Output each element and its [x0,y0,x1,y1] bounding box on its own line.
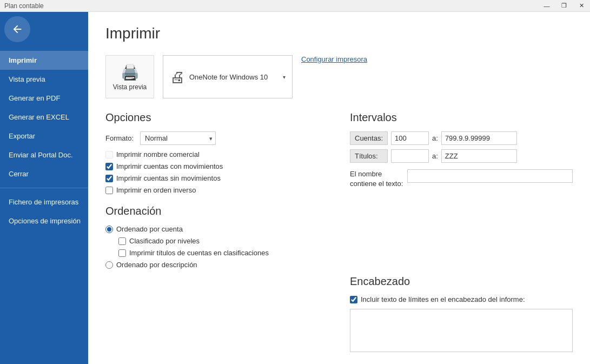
radio-por-descripcion: Ordenado por descripción [105,261,328,269]
titulos-to-input[interactable] [441,149,517,163]
sidebar-item-exportar[interactable]: Exportar [0,127,88,145]
printer-section: 🖨️ Vista previa 🖨 OneNote for Windows 10… [105,55,573,98]
left-column: Opciones Formato: Normal Detallado Resum… [105,111,328,354]
window-controls: — ❐ ✕ [538,0,590,12]
cuentas-sep: a: [432,134,438,142]
formato-label: Formato: [105,134,134,142]
titulos-label: Títulos: [350,149,388,163]
sidebar-item-generar-excel[interactable]: Generar en EXCEL [0,108,88,127]
preview-button-label: Vista previa [113,83,147,91]
checkbox-niveles-label: Clasificado por niveles [129,237,200,245]
nombre-label: El nombrecontiene el texto: [350,167,404,189]
encabezado-title: Encabezado [350,275,573,288]
checkbox-movimientos-input[interactable] [105,163,113,170]
encabezado-textarea[interactable] [350,309,573,352]
configure-printer-link[interactable]: Configurar impresora [301,55,367,64]
minimize-button[interactable]: — [538,0,555,12]
checkbox-sin-movimientos-label: Imprimir cuentas sin movimientos [116,174,221,182]
checkbox-nombre-input[interactable] [105,151,113,158]
main-content: Imprimir 🖨️ Vista previa 🖨 OneNote for W… [88,12,590,364]
printer-select-arrow-icon: ▾ [283,74,286,80]
checkbox-inverso-label: Imprimir en orden inverso [116,186,196,194]
cuentas-from-input[interactable] [391,131,429,145]
nombre-input[interactable] [407,169,573,183]
preview-button[interactable]: 🖨️ Vista previa [105,55,154,98]
encabezado-checkbox-input[interactable] [350,296,357,303]
sub-checkbox-niveles: Clasificado por niveles [105,237,328,245]
checkbox-titulos-clasif-label: Imprimir títulos de cuentas en clasifica… [129,249,269,257]
back-icon [11,23,23,35]
sidebar-item-imprimir[interactable]: Imprimir [0,51,88,70]
sidebar-nav: Imprimir Vista previa Generar en PDF Gen… [0,51,88,230]
checkbox-sin-movimientos-input[interactable] [105,175,113,182]
checkbox-orden-inverso: Imprimir en orden inverso [105,186,328,194]
cuentas-to-input[interactable] [441,131,517,145]
printer-icon: 🖨 [170,68,185,86]
sidebar-item-vista-previa[interactable]: Vista previa [0,70,88,89]
title-bar: Plan contable — ❐ ✕ [0,0,590,12]
sidebar-item-enviar-portal[interactable]: Enviar al Portal Doc. [0,145,88,164]
preview-icon: 🖨️ [121,63,140,81]
sidebar-item-fichero[interactable]: Fichero de impresoras [0,193,88,211]
encabezado-check-row: Incluir texto de límites en el encabezad… [350,295,573,303]
radio-cuenta-input[interactable] [105,226,113,233]
checkbox-niveles-input[interactable] [118,237,126,245]
window-title: Plan contable [0,2,44,10]
formato-wrapper: Normal Detallado Resumido [140,131,216,145]
content-columns: Opciones Formato: Normal Detallado Resum… [105,111,573,354]
checkbox-con-movimientos: Imprimir cuentas con movimientos [105,162,328,170]
page-title: Imprimir [105,25,573,42]
opciones-title: Opciones [105,111,328,124]
intervalos-title: Intervalos [350,111,573,124]
checkbox-nombre-label: Imprimir nombre comercial [116,150,200,158]
encabezado-checkbox-label: Incluir texto de límites en el encabezad… [361,295,525,303]
radio-por-cuenta: Ordenado por cuenta [105,225,328,233]
sidebar-item-cerrar[interactable]: Cerrar [0,164,88,183]
titulos-sep: a: [432,152,438,160]
printer-selector-wrapper: 🖨 OneNote for Windows 10 ▾ [163,55,293,98]
radio-descripcion-input[interactable] [105,261,113,269]
checkbox-sin-movimientos: Imprimir cuentas sin movimientos [105,174,328,182]
sidebar-item-opciones-imp[interactable]: Opciones de impresión [0,211,88,230]
radio-descripcion-label: Ordenado por descripción [116,261,197,269]
ordenacion-title: Ordenación [105,205,328,217]
printer-select[interactable]: OneNote for Windows 10 [189,73,279,81]
checkbox-titulos-clasif-input[interactable] [118,249,126,257]
sidebar-item-generar-pdf[interactable]: Generar en PDF [0,89,88,108]
checkbox-inverso-input[interactable] [105,187,113,194]
back-button[interactable] [4,16,30,42]
checkbox-nombre-comercial: Imprimir nombre comercial [105,150,328,158]
sidebar: Imprimir Vista previa Generar en PDF Gen… [0,12,88,364]
radio-cuenta-label: Ordenado por cuenta [116,225,183,233]
formato-row: Formato: Normal Detallado Resumido [105,131,328,145]
sub-checkbox-titulos-clas: Imprimir títulos de cuentas en clasifica… [105,249,328,257]
right-column: Intervalos Cuentas: a: Títulos: a: [350,111,573,354]
close-button[interactable]: ✕ [573,0,590,12]
cuentas-label: Cuentas: [350,131,388,145]
restore-button[interactable]: ❐ [555,0,573,12]
checkbox-movimientos-label: Imprimir cuentas con movimientos [116,162,223,170]
titulos-from-input[interactable] [391,149,429,163]
formato-select[interactable]: Normal Detallado Resumido [140,131,216,145]
sidebar-divider [0,188,88,188]
